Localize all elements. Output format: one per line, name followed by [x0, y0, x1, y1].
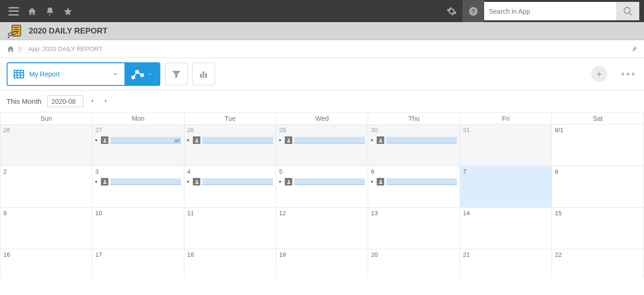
person-icon	[101, 178, 108, 185]
svg-rect-17	[203, 72, 204, 78]
calendar-cell[interactable]: 17	[92, 249, 184, 278]
calendar-day-number: 10	[95, 210, 181, 217]
calendar-day-number: 26	[3, 126, 89, 134]
toolbar: My Report	[0, 58, 644, 90]
search-input[interactable]	[489, 3, 616, 20]
calendar-day-number: 4	[187, 168, 273, 175]
calendar-day-number: 13	[371, 210, 457, 217]
graph-view-button[interactable]	[124, 63, 159, 85]
calendar-event[interactable]	[279, 136, 365, 144]
star-icon[interactable]	[63, 7, 73, 16]
calendar-cell[interactable]: 22	[552, 249, 644, 278]
calendar-cell[interactable]: 29	[276, 125, 368, 166]
chart-button[interactable]	[192, 63, 215, 85]
breadcrumb-separator-icon	[18, 45, 23, 53]
calendar-day-number: 14	[463, 210, 549, 217]
month-label: This Month	[7, 97, 41, 105]
calendar-header: SunMonTueWedThuFriSat	[0, 112, 644, 125]
bullet-icon	[187, 181, 189, 183]
calendar-event[interactable]	[371, 136, 457, 144]
view-dropdown[interactable]: My Report	[8, 63, 124, 85]
calendar-cell[interactable]: 21	[460, 249, 552, 278]
calendar-cell[interactable]: 27ari	[92, 125, 184, 166]
more-button[interactable]	[619, 70, 637, 78]
calendar-event[interactable]	[371, 178, 457, 185]
calendar-cell[interactable]: 12	[276, 208, 368, 249]
calendar-day-number: 29	[279, 126, 365, 134]
calendar-cell[interactable]: 8/1	[552, 125, 644, 166]
calendar-event[interactable]	[279, 178, 365, 185]
help-icon: ?	[468, 6, 479, 17]
calendar-day-number: 3	[95, 168, 181, 175]
help-button[interactable]: ?	[462, 0, 484, 22]
calendar-cell[interactable]: 20	[368, 249, 460, 278]
calendar-cell[interactable]: 4	[184, 166, 276, 208]
calendar-event[interactable]	[95, 178, 181, 185]
calendar-event[interactable]: ari	[95, 136, 181, 144]
calendar-day-number: 2	[3, 168, 89, 175]
breadcrumb-home-icon[interactable]	[7, 45, 15, 53]
calendar-row: 2345678	[0, 166, 644, 208]
prev-month-button[interactable]	[89, 98, 97, 105]
calendar-cell[interactable]: 15	[552, 208, 644, 249]
month-input[interactable]	[47, 95, 83, 107]
calendar-day-number: 17	[95, 251, 181, 258]
calendar-cell[interactable]: 30	[368, 125, 460, 166]
calendar-day-number: 8/1	[555, 126, 641, 134]
calendar-day-number: 9	[3, 210, 89, 217]
bar-chart-icon	[198, 69, 209, 79]
pin-icon[interactable]	[630, 45, 637, 53]
calendar-cell[interactable]: 13	[368, 208, 460, 249]
next-month-button[interactable]	[102, 98, 110, 105]
add-button[interactable]	[591, 66, 607, 82]
calendar-event[interactable]	[187, 136, 273, 144]
calendar-cell[interactable]: 6	[368, 166, 460, 208]
calendar-day-header: Sat	[552, 112, 644, 125]
calendar-day-number: 8	[555, 168, 641, 175]
calendar-row: 2627ari282930318/1	[0, 125, 644, 166]
calendar-event[interactable]	[187, 178, 273, 185]
calendar-day-number: 6	[371, 168, 457, 175]
calendar-day-header: Wed	[276, 112, 368, 125]
calendar-cell[interactable]: 2	[0, 166, 92, 208]
event-strip	[294, 178, 365, 185]
event-strip: ari	[110, 137, 181, 143]
calendar-cell[interactable]: 3	[92, 166, 184, 208]
event-strip	[386, 137, 457, 143]
event-strip	[202, 178, 273, 185]
bullet-icon	[371, 139, 373, 141]
gear-icon	[446, 6, 457, 17]
calendar-cell[interactable]: 7	[460, 166, 552, 208]
svg-rect-18	[206, 73, 207, 77]
calendar-cell[interactable]: 31	[460, 125, 552, 166]
calendar-day-header: Mon	[92, 112, 184, 125]
calendar-cell[interactable]: 19	[276, 249, 368, 278]
search-button[interactable]	[616, 2, 639, 20]
calendar-day-number: 31	[463, 126, 549, 134]
settings-button[interactable]	[441, 0, 462, 22]
calendar-day-number: 16	[3, 251, 89, 258]
bullet-icon	[371, 181, 373, 183]
svg-rect-16	[200, 74, 202, 77]
calendar-cell[interactable]: 16	[0, 249, 92, 278]
calendar-cell[interactable]: 18	[184, 249, 276, 278]
menu-icon[interactable]	[8, 7, 19, 16]
home-icon[interactable]	[27, 7, 37, 16]
calendar-cell[interactable]: 9	[0, 208, 92, 249]
event-strip	[386, 178, 457, 185]
event-tail-text: ari	[174, 137, 180, 143]
bell-icon[interactable]	[45, 7, 55, 16]
calendar-cell[interactable]: 26	[0, 125, 92, 166]
calendar-cell[interactable]: 28	[184, 125, 276, 166]
calendar-day-number: 15	[555, 210, 641, 217]
calendar-cell[interactable]: 8	[552, 166, 644, 208]
calendar-cell[interactable]: 10	[92, 208, 184, 249]
calendar-cell[interactable]: 11	[184, 208, 276, 249]
calendar-day-number: 11	[187, 210, 273, 217]
topbar-right: ?	[441, 0, 639, 22]
calendar-day-number: 12	[279, 210, 365, 217]
event-strip	[294, 137, 365, 143]
filter-button[interactable]	[165, 63, 188, 85]
calendar-cell[interactable]: 14	[460, 208, 552, 249]
calendar-cell[interactable]: 5	[276, 166, 368, 208]
